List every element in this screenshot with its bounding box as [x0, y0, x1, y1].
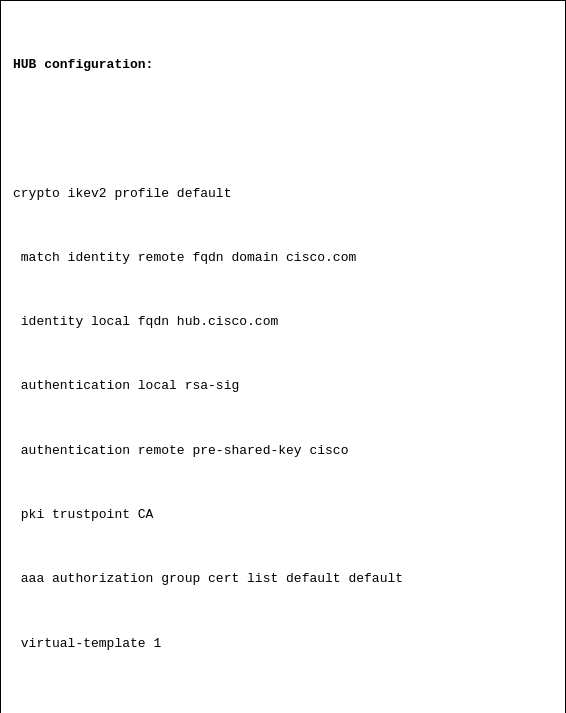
hub-cmd-1: crypto ikev2 profile default	[13, 183, 553, 204]
hub-cmd-6: pki trustpoint CA	[13, 504, 553, 525]
code-block: HUB configuration: crypto ikev2 profile …	[0, 0, 566, 713]
hub-blank-1	[13, 118, 553, 139]
hub-cmd-2: match identity remote fqdn domain cisco.…	[13, 247, 553, 268]
hub-cmd-7: aaa authorization group cert list defaul…	[13, 568, 553, 589]
hub-cmd-3: identity local fqdn hub.cisco.com	[13, 311, 553, 332]
hub-cmd-5: authentication remote pre-shared-key cis…	[13, 440, 553, 461]
hub-blank-2	[13, 697, 553, 713]
hub-cmd-8: virtual-template 1	[13, 633, 553, 654]
hub-cmd-4: authentication local rsa-sig	[13, 375, 553, 396]
hub-header: HUB configuration:	[13, 54, 553, 75]
